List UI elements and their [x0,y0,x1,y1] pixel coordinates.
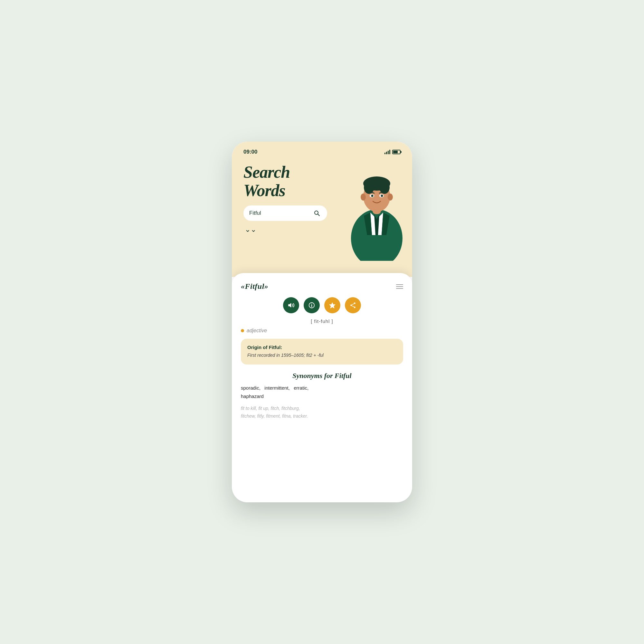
menu-button[interactable] [396,284,403,289]
origin-box: Origin of Fitful: First recorded in 1595… [241,339,403,365]
share-button[interactable] [345,297,361,313]
chevron-area[interactable]: ⌄⌄ [243,226,401,233]
svg-point-24 [350,305,352,306]
hero-section: 09:00 [232,142,412,277]
svg-marker-18 [289,303,291,308]
part-of-speech-label: adjective [247,328,267,334]
part-of-speech-dot [241,329,244,332]
status-time: 09:00 [243,149,257,155]
origin-text: First recorded in 1595–1605; fit2 + -ful [247,352,397,359]
related-words: fit to kill, fit up, fitch, fitchburg, f… [241,405,403,420]
sound-button[interactable] [283,297,299,313]
content-card: «Fitful» [232,273,412,502]
svg-line-17 [318,214,319,216]
phone-frame: 09:00 [232,142,412,502]
card-header: «Fitful» [241,282,403,291]
synonyms-heading: Synonyms for Fitful [241,372,403,380]
search-input[interactable]: Fitful [249,210,312,216]
chevron-down-icon[interactable]: ⌄⌄ [245,226,256,233]
svg-point-21 [311,304,312,304]
svg-point-25 [354,307,355,308]
svg-marker-22 [329,303,335,308]
action-buttons [241,297,403,313]
favorite-button[interactable] [324,297,340,313]
synonyms-list: sporadic, intermittent, erratic,haphazar… [241,384,403,400]
word-type: adjective [241,328,403,334]
svg-line-26 [352,304,354,305]
svg-point-23 [354,302,355,304]
pronunciation: [ fit-fuhl ] [241,318,403,324]
origin-title: Origin of Fitful: [247,345,397,350]
svg-line-27 [352,306,354,307]
hero-title: Search Words [243,163,401,200]
info-button[interactable] [304,297,320,313]
search-bar[interactable]: Fitful [243,205,327,221]
search-icon[interactable] [312,209,321,218]
word-title: «Fitful» [241,282,268,291]
